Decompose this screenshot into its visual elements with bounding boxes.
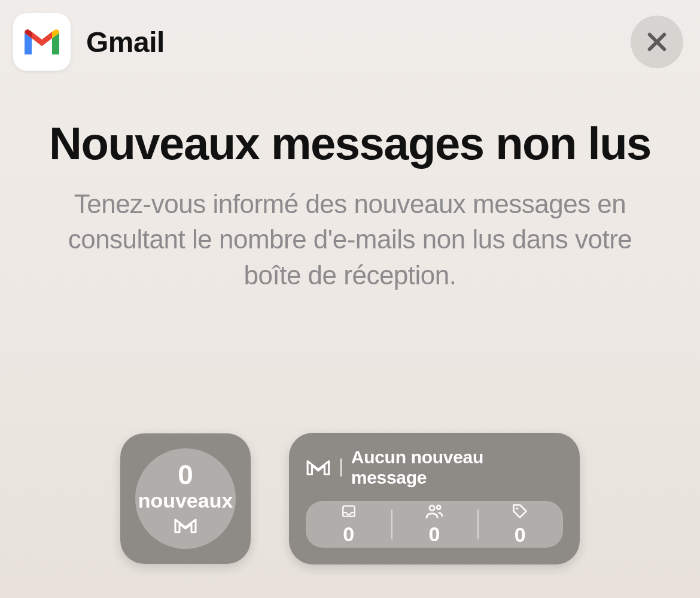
category-bar: 0 0 0 [306,501,563,548]
gmail-m-outline-icon [174,517,197,536]
svg-point-3 [516,507,519,509]
gmail-m-outline-icon [306,459,331,476]
unread-count: 0 [178,461,193,488]
svg-point-2 [437,505,440,509]
category-promotions-count: 0 [515,523,526,547]
widget-medium-title: Aucun nouveau message [351,447,563,488]
widget-previews: 0 nouveaux Aucun nouveau message [0,433,700,564]
svg-point-1 [430,505,434,510]
page-title: Nouveaux messages non lus [37,117,663,169]
widget-small-preview[interactable]: 0 nouveaux [120,433,251,564]
category-social-count: 0 [429,523,440,546]
close-button[interactable] [631,16,683,68]
unread-circle: 0 nouveaux [135,448,236,549]
people-icon [425,503,444,519]
hero: Nouveaux messages non lus Tenez-vous inf… [13,117,687,293]
category-primary: 0 [306,501,391,548]
unread-label: nouveaux [138,490,233,512]
gmail-app-icon [13,13,71,71]
divider [340,459,342,476]
category-social: 0 [391,501,477,548]
category-promotions: 0 [477,501,563,548]
app-label: Gmail [13,13,165,71]
close-icon [644,29,669,54]
category-primary-count: 0 [343,523,354,546]
widget-medium-preview[interactable]: Aucun nouveau message 0 [289,433,580,564]
app-name: Gmail [86,26,165,59]
gmail-m-icon [22,26,62,57]
widget-gallery-sheet: Gmail Nouveaux messages non lus Tenez-vo… [0,0,700,598]
inbox-icon [340,503,358,519]
tag-icon [512,503,528,520]
widget-medium-header: Aucun nouveau message [306,447,563,488]
header: Gmail [13,13,687,71]
page-subtitle: Tenez-vous informé des nouveaux messages… [37,186,663,293]
